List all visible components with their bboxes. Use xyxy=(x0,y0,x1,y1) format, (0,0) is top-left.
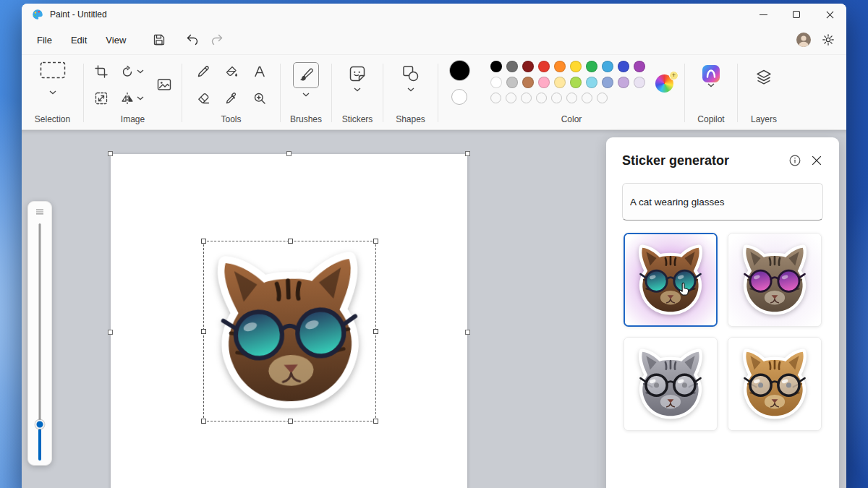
selection-handle-middle-left[interactable] xyxy=(201,329,206,334)
redo-button[interactable] xyxy=(205,28,229,51)
magnifier-tool-button[interactable] xyxy=(245,85,273,111)
chevron-down-icon[interactable] xyxy=(137,69,144,74)
text-tool-button[interactable] xyxy=(245,58,273,85)
brushes-group-label: Brushes xyxy=(281,114,331,124)
selection-handle-bottom-left[interactable] xyxy=(201,419,206,424)
ribbon-group-stickers[interactable]: Stickers xyxy=(332,55,383,129)
color-swatch[interactable] xyxy=(634,77,645,88)
undo-button[interactable] xyxy=(180,28,205,51)
color-swatch[interactable] xyxy=(570,61,582,72)
menu-edit[interactable]: Edit xyxy=(61,30,96,51)
canvas-resize-handle-middle-right[interactable] xyxy=(465,330,470,335)
chevron-down-icon[interactable] xyxy=(137,96,144,100)
color-swatch[interactable] xyxy=(522,77,534,88)
canvas-resize-handle-top-center[interactable] xyxy=(286,151,292,156)
maximize-button[interactable] xyxy=(780,4,813,25)
undo-icon xyxy=(186,33,199,46)
ribbon-group-shapes[interactable]: Shapes xyxy=(383,55,438,129)
chevron-down-icon[interactable] xyxy=(407,87,414,92)
sticker-prompt-input[interactable] xyxy=(622,183,823,221)
selection-handle-middle-right[interactable] xyxy=(373,329,378,334)
resize-skew-button[interactable] xyxy=(89,85,114,111)
brushes-button[interactable] xyxy=(293,62,319,88)
sticker-result-2[interactable] xyxy=(728,233,822,327)
custom-color-slot[interactable] xyxy=(536,93,547,103)
color-swatch[interactable] xyxy=(554,77,566,88)
ribbon-group-copilot[interactable]: Copilot xyxy=(685,55,737,129)
custom-color-slot[interactable] xyxy=(597,93,608,103)
color-swatch[interactable] xyxy=(554,61,566,72)
color-swatch[interactable] xyxy=(538,61,550,72)
minimize-button[interactable] xyxy=(746,4,780,25)
sticker-result-3[interactable] xyxy=(624,337,718,431)
layers-button[interactable] xyxy=(754,68,773,87)
zoom-slider-thumb[interactable] xyxy=(35,420,45,429)
settings-button[interactable] xyxy=(816,28,841,51)
menu-file[interactable]: File xyxy=(27,30,61,51)
info-button[interactable] xyxy=(784,150,806,171)
primary-color-swatch[interactable] xyxy=(450,61,469,80)
sticker-selection[interactable] xyxy=(203,241,376,421)
close-icon xyxy=(812,155,822,166)
pencil-tool-button[interactable] xyxy=(189,58,217,85)
color-swatch[interactable] xyxy=(618,61,629,72)
copilot-group-label: Copilot xyxy=(685,114,737,124)
color-swatch[interactable] xyxy=(490,61,502,72)
selection-handle-top-left[interactable] xyxy=(201,239,206,244)
custom-color-slot[interactable] xyxy=(566,93,577,103)
menu-view[interactable]: View xyxy=(96,30,135,51)
shapes-button[interactable] xyxy=(401,64,420,83)
custom-color-slot[interactable] xyxy=(551,93,562,103)
color-swatch[interactable] xyxy=(586,77,597,88)
image-options-button[interactable] xyxy=(151,58,177,111)
selection-handle-bottom-center[interactable] xyxy=(288,419,293,424)
chevron-down-icon[interactable] xyxy=(707,83,715,87)
sticker-result-1[interactable] xyxy=(624,233,718,327)
ribbon-group-layers[interactable]: Layers xyxy=(738,55,790,129)
color-swatch[interactable] xyxy=(538,77,550,88)
color-swatch[interactable] xyxy=(506,61,518,72)
rotate-button[interactable] xyxy=(114,58,151,85)
flip-button[interactable] xyxy=(114,85,151,111)
color-swatch[interactable] xyxy=(634,61,645,72)
ribbon-group-brushes[interactable]: Brushes xyxy=(281,55,331,129)
color-swatch[interactable] xyxy=(602,61,613,72)
stickers-button[interactable] xyxy=(348,64,367,83)
zoom-slider[interactable] xyxy=(27,201,52,466)
eraser-tool-button[interactable] xyxy=(189,85,217,111)
custom-color-slot[interactable] xyxy=(506,93,516,103)
color-swatch[interactable] xyxy=(602,77,613,88)
color-swatch[interactable] xyxy=(490,77,502,88)
pasted-sticker-image[interactable] xyxy=(205,243,374,419)
chevron-down-icon[interactable] xyxy=(49,90,56,95)
account-button[interactable] xyxy=(791,28,816,51)
selection-handle-top-right[interactable] xyxy=(373,239,378,244)
secondary-color-swatch[interactable] xyxy=(451,89,467,105)
zoom-slider-track[interactable] xyxy=(39,223,41,424)
custom-color-slot[interactable] xyxy=(582,93,592,103)
close-panel-button[interactable] xyxy=(806,150,827,171)
canvas-resize-handle-top-left[interactable] xyxy=(108,151,113,156)
color-swatch[interactable] xyxy=(618,77,629,88)
canvas-resize-handle-top-right[interactable] xyxy=(465,151,470,156)
sticker-result-4[interactable] xyxy=(728,337,822,431)
save-button[interactable] xyxy=(147,28,171,51)
ribbon-group-selection[interactable]: Selection xyxy=(22,55,83,129)
chevron-down-icon[interactable] xyxy=(354,87,361,92)
close-window-button[interactable] xyxy=(813,4,846,25)
canvas-resize-handle-middle-left[interactable] xyxy=(108,330,113,335)
color-swatch[interactable] xyxy=(522,61,534,72)
custom-color-slot[interactable] xyxy=(490,93,501,103)
custom-color-slot[interactable] xyxy=(521,93,532,103)
selection-handle-bottom-right[interactable] xyxy=(373,419,378,424)
color-picker-tool-button[interactable] xyxy=(217,85,245,111)
fill-tool-button[interactable] xyxy=(217,58,245,85)
edit-colors-button[interactable]: + xyxy=(655,74,673,93)
selection-handle-top-center[interactable] xyxy=(288,239,293,244)
chevron-down-icon[interactable] xyxy=(302,93,310,97)
color-swatch[interactable] xyxy=(586,61,597,72)
copilot-button[interactable] xyxy=(702,64,720,83)
color-swatch[interactable] xyxy=(506,77,518,88)
crop-button[interactable] xyxy=(89,58,114,85)
color-swatch[interactable] xyxy=(570,77,582,88)
